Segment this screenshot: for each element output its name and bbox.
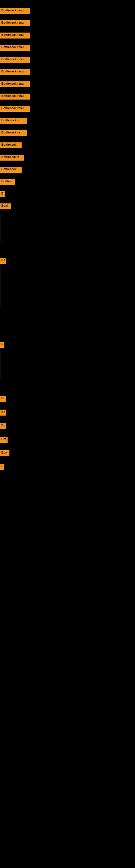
- bottleneck-badge-5[interactable]: Bottleneck resu: [0, 57, 30, 63]
- bottleneck-badge-1[interactable]: Bottleneck resu: [0, 8, 30, 14]
- bottleneck-badge-18[interactable]: Bo: [0, 258, 6, 264]
- bottleneck-badge-7[interactable]: Bottleneck resu: [0, 82, 30, 87]
- bottleneck-badge-16[interactable]: B: [0, 191, 5, 197]
- bottleneck-badge-9[interactable]: Bottleneck resu: [0, 106, 30, 112]
- bottleneck-badge-8[interactable]: Bottleneck resu: [0, 94, 30, 99]
- bottleneck-badge-17[interactable]: Bottl: [0, 204, 11, 209]
- bottleneck-badge-15[interactable]: Bottlen: [0, 179, 15, 185]
- bottleneck-badge-25[interactable]: B: [0, 464, 4, 470]
- bottleneck-badge-23[interactable]: Bot: [0, 437, 8, 443]
- vertical-line-2: [1, 266, 1, 307]
- bottleneck-badge-13[interactable]: Bottleneck n: [0, 155, 24, 161]
- bottleneck-badge-10[interactable]: Bottleneck re: [0, 118, 27, 124]
- bottleneck-badge-3[interactable]: Bottleneck resu: [0, 33, 30, 38]
- bottleneck-badge-21[interactable]: Bo: [0, 410, 6, 415]
- bottleneck-badge-22[interactable]: Bo: [0, 423, 6, 429]
- bottleneck-badge-24[interactable]: Bott: [0, 450, 9, 456]
- bottleneck-badge-20[interactable]: Bo: [0, 396, 6, 402]
- bottleneck-badge-12[interactable]: Bottleneck: [0, 143, 21, 148]
- bottleneck-badge-14[interactable]: Bottleneck: [0, 167, 21, 173]
- bottleneck-badge-4[interactable]: Bottleneck resu: [0, 45, 30, 51]
- bottleneck-badge-6[interactable]: Bottleneck resu: [0, 69, 30, 75]
- bottleneck-badge-19[interactable]: B: [0, 342, 4, 348]
- bottleneck-badge-11[interactable]: Bottleneck re: [0, 130, 27, 136]
- vertical-line-1: [1, 214, 1, 241]
- vertical-line-3: [1, 351, 1, 378]
- bottleneck-badge-2[interactable]: Bottleneck resu: [0, 20, 30, 26]
